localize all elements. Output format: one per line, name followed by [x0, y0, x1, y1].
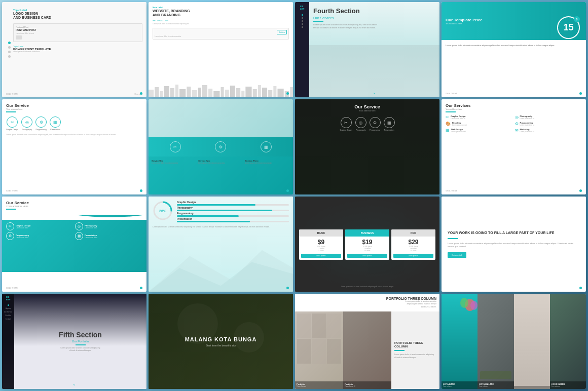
- gs-icon-4: ⚙: [515, 122, 519, 126]
- slide-city[interactable]: MALANG KOTA BUNGA Start from the beautif…: [149, 294, 293, 389]
- card2-cta[interactable]: Free Updates: [347, 254, 387, 258]
- overlay-icon-4: ▦: [75, 232, 83, 240]
- svg-rect-6: [179, 89, 186, 97]
- slide-body-2: Lorem ipsum dolor sit amet consectetur a…: [153, 23, 289, 25]
- pf-col4-sub: Four column: [552, 385, 584, 387]
- slide-service-teal[interactable]: ✂ ⚙ ▦ Service One Lorem ipsum dolor sit …: [149, 99, 293, 194]
- fifth-arrow: ⌄: [72, 382, 76, 386]
- quote-cta[interactable]: Order a Job: [448, 252, 466, 258]
- card3-cta[interactable]: Free Updates: [393, 254, 433, 258]
- icon-pres: ▦: [50, 116, 61, 128]
- fifth-bar: [76, 344, 86, 345]
- icon-graphic: ✂: [7, 116, 18, 128]
- pt-title: PORTFOLIO THREE COLUMN: [298, 297, 436, 300]
- slide-progress[interactable]: 26% Graphic Design Photography Programmi…: [149, 197, 293, 292]
- slide-title-2: WEBSITE, BRANDINGAND BRANDING: [153, 9, 289, 18]
- sidebar-dot-1: [302, 14, 303, 16]
- svg-rect-19: [253, 89, 257, 97]
- grid-service-sub: Your address here: [446, 108, 582, 110]
- label-prog: Programming: [36, 129, 47, 131]
- pt-body: Lorem ipsum dolor sit amet consecteturad…: [298, 300, 436, 308]
- slide-portfolio-three[interactable]: PORTFOLIO THREE COLUMN Lorem ipsum dolor…: [295, 294, 439, 389]
- footer-brand: IDEAL THEME: [6, 93, 18, 95]
- slide-fourth-section[interactable]: IDEARN Fourth Section Our Services Lorem…: [295, 2, 439, 97]
- dark-label-1: Graphic Design: [340, 129, 352, 131]
- dark-service-sub: Your address here: [300, 109, 434, 112]
- label-photo: Photography: [22, 129, 32, 131]
- slide-fifth-section[interactable]: IDEARN Agency Our Service Portfolio Cont…: [2, 294, 146, 389]
- slide-pricing-dark[interactable]: BASIC $9 5 GB Space 1 Domain 5 Users Fre…: [295, 197, 439, 292]
- overlay-body-2: Lorem ipsum dolor: [85, 227, 97, 229]
- cta-button[interactable]: Button: [277, 30, 287, 34]
- slide-template-price[interactable]: Our Template Price Your address here 15 …: [442, 2, 586, 97]
- bar-1: [177, 204, 255, 206]
- bottom-dot: [140, 92, 142, 95]
- card3-title: PRO: [393, 231, 433, 234]
- fifth-dot-1: [8, 304, 9, 306]
- card2-f3: 10 Users: [347, 250, 387, 252]
- fourth-section-subtitle: Our Services: [313, 16, 435, 20]
- svg-rect-13: [221, 87, 224, 97]
- price-footer: IDEAL THEME: [446, 93, 457, 95]
- prog-body: Lorem ipsum dolor sit amet consectetur a…: [153, 226, 289, 229]
- fourth-section-title: Fourth Section: [313, 7, 435, 15]
- fifth-nav-1: Agency: [6, 307, 11, 309]
- wave-svg: [2, 210, 146, 220]
- dark-icon-1: ✂: [341, 117, 352, 128]
- svg-rect-22: [268, 90, 272, 97]
- icon-prog: ⚙: [35, 116, 47, 128]
- overlay-dot: [140, 287, 142, 289]
- label-pres: Presentation: [50, 129, 60, 131]
- slide-website-branding[interactable]: Main Label WEBSITE, BRANDINGAND BRANDING…: [149, 2, 293, 97]
- pt-col1-sub: Three Column: [297, 385, 342, 387]
- overlay-label-2: Photography: [85, 224, 97, 227]
- slide-quote[interactable]: YOUR WORK IS GOING TO FILL A LARGE PART …: [442, 197, 586, 292]
- teal-service-body-3: Lorem ipsum dolor sit amet consectetur: [245, 162, 290, 164]
- slide-body-2: Lorem ipsum dolor sit amet consectetur: [13, 51, 142, 53]
- overlay-sub: YOUR ADDRESS HERE: [6, 205, 142, 208]
- slide-service-dark[interactable]: Our Service Your address here ✂ Graphic …: [295, 99, 439, 194]
- overlay-footer: IDEAL THEME: [6, 287, 18, 289]
- card1-title: BASIC: [301, 231, 341, 234]
- slide-logo-design[interactable]: Topic Label LOGO DESIGNAND BUSINESS CARD…: [2, 2, 146, 97]
- card3-price: $29: [393, 239, 433, 246]
- slide-title-1: LOGO DESIGNAND BUSINESS CARD: [13, 12, 142, 20]
- nav-dot-1: [8, 42, 11, 44]
- slide-service-overlay[interactable]: Our Service YOUR ADDRESS HERE ✂ Graphic …: [2, 197, 146, 292]
- svg-rect-24: [277, 89, 283, 97]
- svg-rect-21: [262, 88, 267, 97]
- price-title: Our Template Price: [446, 18, 483, 22]
- overlay-body-1: Lorem ipsum dolor: [16, 227, 31, 229]
- grid-service-title: Our Services: [446, 103, 582, 108]
- teal-icon-2: ⚙: [215, 141, 226, 152]
- service-dot-1: [140, 189, 142, 192]
- svg-rect-11: [208, 89, 212, 97]
- card1-cta[interactable]: Free Updates: [301, 254, 341, 258]
- slide-portfolio-four[interactable]: KOTA BATU Four column KOTA MALANG Four c…: [442, 294, 586, 389]
- svg-rect-17: [241, 91, 244, 97]
- prog-label-4: Presentation: [177, 217, 289, 220]
- slide-service-white[interactable]: Our Service Your address here ✂ Graphic …: [2, 99, 146, 194]
- sidebar-dot-5: [302, 26, 303, 28]
- svg-rect-18: [245, 87, 251, 97]
- prog-dot: [286, 287, 289, 289]
- pt-col3-body: Lorem ipsum dolor sit amet consectetur a…: [394, 354, 436, 359]
- prog-label-3: Programming: [177, 212, 289, 215]
- nav-dots: [8, 42, 11, 58]
- overlay-icon-2: ◎: [75, 222, 83, 230]
- gs-icon-2: ◎: [515, 115, 519, 120]
- bar-4: [177, 221, 250, 222]
- svg-rect-23: [273, 86, 276, 97]
- sidebar: IDEARN: [295, 2, 309, 97]
- city-title: MALANG KOTA BUNGA: [185, 336, 257, 342]
- slide-services-grid[interactable]: Our Services Your address here ✂ Graphic…: [442, 99, 586, 194]
- svg-rect-1: [155, 87, 159, 97]
- svg-rect-12: [213, 91, 219, 97]
- accent-bar: [313, 21, 323, 22]
- price-subtitle: Your address here: [446, 22, 462, 25]
- fifth-body: Lorem ipsum dolor sit amet consectetur a…: [61, 347, 100, 353]
- bar-2: [177, 210, 272, 211]
- quote-dot: [579, 287, 582, 289]
- fifth-subtitle: Our Portfolio: [72, 340, 89, 343]
- teal-icon-1: ✂: [170, 141, 181, 152]
